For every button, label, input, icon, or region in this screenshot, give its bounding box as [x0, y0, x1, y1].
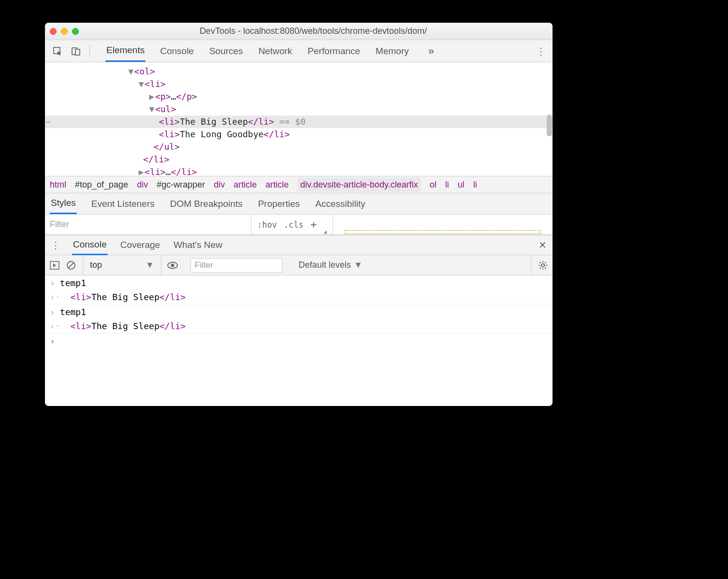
styles-preview	[333, 215, 553, 234]
dom-node[interactable]: <li>The Big Sleep</li> == $0	[45, 116, 553, 128]
console-row[interactable]: ›temp1	[45, 275, 553, 290]
styles-filter-input[interactable]	[45, 215, 251, 234]
console-settings-icon[interactable]	[531, 255, 548, 275]
breadcrumb-item[interactable]: div.devsite-article-body.clearfix	[297, 178, 421, 192]
svg-line-5	[69, 263, 73, 268]
breadcrumb-item[interactable]: #top_of_page	[75, 180, 128, 190]
styles-filter-row: :hov .cls + ◢	[45, 215, 553, 235]
console-output[interactable]: ›temp1‹· <li>The Big Sleep</li>›temp1‹· …	[45, 275, 553, 406]
scrollbar-thumb[interactable]	[547, 115, 552, 136]
dom-node[interactable]: ▼<ol>	[45, 65, 553, 78]
dom-node[interactable]: ▼<li>	[45, 78, 553, 90]
output-chevron-icon: ‹·	[50, 321, 60, 331]
breadcrumb-item[interactable]: article	[265, 180, 289, 190]
log-levels-select[interactable]: Default levels ▼	[299, 260, 363, 270]
console-row[interactable]: ›temp1	[45, 304, 553, 319]
more-tabs-icon[interactable]: »	[428, 45, 434, 58]
dom-node[interactable]: ▼<ul>	[45, 103, 553, 116]
console-sidebar-toggle-icon[interactable]	[50, 261, 59, 270]
cls-toggle[interactable]: .cls	[284, 220, 304, 230]
settings-menu-icon[interactable]: ⋮	[536, 46, 546, 56]
breadcrumb-item[interactable]: ol	[430, 180, 437, 190]
breadcrumb-item[interactable]: html	[50, 180, 66, 190]
devtools-window: DevTools - localhost:8080/web/tools/chro…	[45, 23, 553, 406]
tab-dom-breakpoints[interactable]: DOM Breakpoints	[169, 194, 244, 214]
close-window-button[interactable]	[50, 28, 57, 35]
svg-line-15	[540, 267, 541, 268]
dom-node[interactable]: </ul>	[45, 141, 553, 153]
tab-accessibility[interactable]: Accessibility	[314, 194, 366, 214]
dom-breadcrumb[interactable]: html#top_of_pagediv#gc-wrapperdivarticle…	[45, 176, 553, 193]
dom-node[interactable]: ▶<li>…</li>	[45, 166, 553, 176]
console-row[interactable]: ‹· <li>The Big Sleep</li>	[45, 319, 553, 333]
tab-elements[interactable]: Elements	[105, 40, 146, 62]
panel-tabs: Elements Console Sources Network Perform…	[105, 40, 434, 62]
drawer-tabs: ⋮ Console Coverage What's New ✕	[45, 235, 553, 255]
dom-node[interactable]: ▶<p>…</p>	[45, 90, 553, 103]
tab-styles[interactable]: Styles	[50, 193, 77, 214]
svg-rect-2	[75, 49, 80, 55]
dom-node[interactable]: </li>	[45, 153, 553, 166]
execution-context-select[interactable]: top ▼	[83, 255, 154, 275]
svg-line-16	[545, 262, 546, 263]
chevron-down-icon: ▼	[354, 260, 363, 270]
window-titlebar: DevTools - localhost:8080/web/tools/chro…	[45, 23, 553, 40]
inspect-element-icon[interactable]	[51, 44, 64, 58]
context-label: top	[90, 260, 102, 270]
console-row[interactable]: ‹· <li>The Big Sleep</li>	[45, 290, 553, 304]
console-prompt[interactable]: ›	[45, 333, 553, 348]
device-toolbar-icon[interactable]	[69, 44, 83, 58]
drawer-tab-console[interactable]: Console	[72, 235, 108, 255]
tab-event-listeners[interactable]: Event Listeners	[90, 194, 156, 214]
tab-properties[interactable]: Properties	[257, 194, 301, 214]
breadcrumb-item[interactable]: #gc-wrapper	[157, 180, 205, 190]
traffic-lights	[50, 28, 79, 35]
svg-point-8	[541, 263, 544, 266]
resize-corner-icon[interactable]: ◢	[323, 229, 327, 234]
main-toolbar: Elements Console Sources Network Perform…	[45, 40, 553, 62]
clear-console-icon[interactable]	[66, 261, 76, 270]
breadcrumb-item[interactable]: li	[473, 180, 477, 190]
drawer-tab-whats-new[interactable]: What's New	[173, 236, 223, 254]
tab-network[interactable]: Network	[258, 41, 293, 61]
breadcrumb-item[interactable]: div	[137, 180, 148, 190]
window-title: DevTools - localhost:8080/web/tools/chro…	[79, 26, 548, 36]
new-style-rule-icon[interactable]: +	[310, 218, 317, 231]
breadcrumb-item[interactable]: div	[214, 180, 225, 190]
breadcrumb-item[interactable]: article	[233, 180, 257, 190]
divider	[89, 44, 90, 58]
input-chevron-icon: ›	[50, 278, 55, 288]
hov-toggle[interactable]: :hov	[257, 220, 277, 230]
minimize-window-button[interactable]	[61, 28, 68, 35]
tab-sources[interactable]: Sources	[208, 41, 244, 61]
svg-line-14	[545, 267, 546, 268]
svg-point-7	[171, 263, 174, 267]
tab-console[interactable]: Console	[159, 41, 195, 61]
live-expression-icon[interactable]	[161, 255, 184, 275]
breadcrumb-item[interactable]: li	[445, 180, 449, 190]
tab-performance[interactable]: Performance	[306, 41, 361, 61]
console-filter-input[interactable]	[190, 258, 282, 273]
tab-memory[interactable]: Memory	[375, 41, 410, 61]
drawer-tab-coverage[interactable]: Coverage	[119, 236, 161, 254]
svg-line-13	[540, 262, 541, 263]
console-toolbar: top ▼ Default levels ▼	[45, 255, 553, 275]
dom-tree[interactable]: ▼<ol> ▼<li> ▶<p>…</p> ▼<ul> <li>The Big …	[45, 62, 553, 176]
drawer-menu-icon[interactable]: ⋮	[51, 239, 60, 251]
maximize-window-button[interactable]	[72, 28, 79, 35]
box-model-margin	[345, 230, 541, 234]
prompt-chevron-icon: ›	[50, 336, 55, 346]
close-drawer-icon[interactable]: ✕	[539, 239, 547, 251]
output-chevron-icon: ‹·	[50, 292, 60, 302]
breadcrumb-item[interactable]: ul	[458, 180, 465, 190]
dom-node[interactable]: <li>The Long Goodbye</li>	[45, 128, 553, 141]
styles-pane-tabs: Styles Event Listeners DOM Breakpoints P…	[45, 193, 553, 215]
styles-filter-buttons: :hov .cls + ◢	[251, 215, 333, 234]
chevron-down-icon: ▼	[146, 260, 154, 270]
levels-label: Default levels	[299, 260, 351, 270]
input-chevron-icon: ›	[50, 307, 55, 317]
